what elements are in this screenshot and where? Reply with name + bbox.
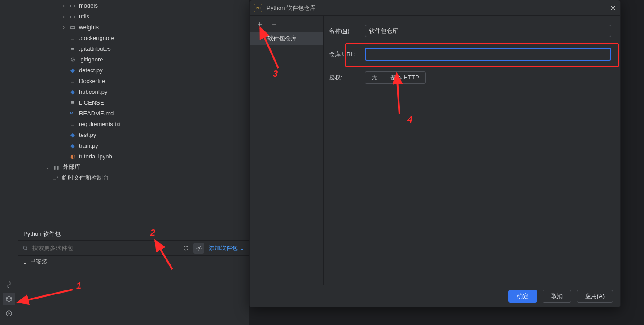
close-button[interactable]	[610, 5, 616, 11]
python-packages-tool-icon[interactable]	[3, 293, 15, 305]
chevron-down-icon: ⌄	[22, 259, 27, 265]
chevron-right-icon: ›	[61, 24, 66, 31]
tree-label: test.py	[79, 132, 96, 138]
svg-point-3	[198, 247, 200, 249]
remove-repository-button[interactable]: －	[270, 20, 278, 28]
panel-title-text: Python 软件包	[23, 230, 61, 238]
tree-file-gitignore[interactable]: ⊘ .gitignore	[18, 54, 249, 65]
tree-label: requirements.txt	[79, 121, 121, 127]
dialog-title: Python 软件包仓库	[267, 4, 315, 12]
tree-file-train[interactable]: ◆ train.py	[18, 140, 249, 151]
installed-section[interactable]: ⌄ 已安装	[18, 256, 249, 268]
auth-row: 授权: 无 基本 HTTP	[329, 71, 611, 84]
add-package-label: 添加软件包	[209, 244, 238, 252]
dialog-titlebar: PC Python 软件包仓库	[250, 0, 620, 16]
tree-label: .gitignore	[79, 56, 103, 63]
tree-label: 外部库	[63, 163, 80, 171]
repository-list-panel: ＋ － 软件包仓库	[250, 16, 324, 285]
package-search-input[interactable]	[32, 245, 178, 251]
repository-list-item[interactable]: 软件包仓库	[250, 32, 323, 45]
tree-file-requirements[interactable]: ≡ requirements.txt	[18, 119, 249, 129]
tree-label: detect.py	[79, 67, 103, 74]
python-file-icon: ◆	[69, 88, 76, 95]
tree-label: Dockerfile	[79, 78, 105, 84]
auth-label: 授权:	[329, 74, 359, 82]
repository-item-label: 软件包仓库	[267, 35, 297, 43]
python-file-icon: ◆	[69, 132, 76, 138]
tree-file-hubconf[interactable]: ◆ hubconf.py	[18, 86, 249, 97]
add-package-dropdown[interactable]: 添加软件包 ⌄	[209, 244, 245, 252]
text-file-icon: ≡	[69, 99, 76, 106]
tree-label: .gitattributes	[79, 45, 111, 52]
annotation-number-4: 4	[407, 114, 412, 125]
tree-label: tutorial.ipynb	[79, 153, 112, 160]
pycharm-icon: PC	[254, 4, 262, 12]
python-file-icon: ◆	[69, 142, 76, 149]
tree-label: hubconf.py	[79, 88, 108, 95]
tree-file-dockerfile[interactable]: ≡ Dockerfile	[18, 75, 249, 86]
tree-file-detect[interactable]: ◆ detect.py	[18, 65, 249, 75]
scratch-icon: ≡°	[52, 175, 59, 181]
package-toolbar: 添加软件包 ⌄	[18, 241, 249, 256]
tree-folder-models[interactable]: › ▭ models	[18, 0, 249, 11]
tree-label: weights	[79, 24, 99, 31]
svg-line-2	[26, 249, 28, 250]
services-tool-icon[interactable]	[3, 307, 15, 320]
annotation-number-3: 3	[273, 69, 278, 79]
python-file-icon: ◆	[69, 67, 76, 74]
tree-external-libraries[interactable]: › ⫿⫿ 外部库	[18, 162, 249, 172]
folder-icon: ▭	[69, 2, 76, 9]
package-settings-button[interactable]	[193, 243, 204, 254]
search-icon	[22, 245, 29, 251]
tree-label: README.md	[79, 110, 114, 117]
text-file-icon: ≡	[69, 121, 76, 127]
auth-none-button[interactable]: 无	[365, 71, 384, 84]
repository-name-input[interactable]	[365, 25, 611, 37]
tree-label: models	[79, 2, 98, 9]
python-console-tool-icon[interactable]	[3, 278, 15, 291]
add-repository-button[interactable]: ＋	[256, 20, 264, 28]
tree-label: utils	[79, 13, 89, 20]
tree-file-license[interactable]: ≡ LICENSE	[18, 97, 249, 108]
annotation-box-url	[345, 43, 619, 67]
tree-scratches[interactable]: ≡° 临时文件和控制台	[18, 172, 249, 183]
ok-button[interactable]: 确定	[508, 290, 537, 303]
library-icon: ⫿⫿	[53, 164, 60, 171]
folder-icon: ▭	[69, 24, 76, 31]
text-file-icon: ≡	[69, 45, 76, 52]
tree-file-dockerignore[interactable]: ≡ .dockerignore	[18, 32, 249, 43]
tree-label: LICENSE	[79, 99, 104, 106]
tree-label: .dockerignore	[79, 35, 114, 41]
close-icon	[610, 5, 616, 11]
svg-point-1	[23, 246, 26, 249]
jupyter-file-icon: ◐	[69, 153, 76, 160]
apply-button[interactable]: 应用(A)	[577, 290, 613, 303]
text-file-icon: ≡	[69, 78, 76, 84]
chevron-down-icon: ⌄	[240, 245, 245, 251]
panel-title: Python 软件包	[18, 227, 249, 241]
tree-file-readme[interactable]: M↓ README.md	[18, 108, 249, 119]
tree-file-gitattributes[interactable]: ≡ .gitattributes	[18, 43, 249, 54]
project-tree[interactable]: › ▭ models › ▭ utils › ▭ weights ≡ .dock…	[18, 0, 249, 227]
python-packages-panel: Python 软件包 添加软件包 ⌄ ⌄ 已安装	[18, 227, 249, 325]
chevron-right-icon: ›	[61, 13, 66, 20]
tree-folder-weights[interactable]: › ▭ weights	[18, 22, 249, 32]
tree-folder-utils[interactable]: › ▭ utils	[18, 11, 249, 22]
gear-icon	[196, 245, 202, 251]
gitignore-file-icon: ⊘	[69, 56, 76, 63]
name-row: 名称(M):	[329, 25, 611, 37]
tree-file-test[interactable]: ◆ test.py	[18, 129, 249, 140]
cancel-button[interactable]: 取消	[543, 290, 571, 303]
reload-icon[interactable]	[183, 245, 189, 251]
auth-basic-http-button[interactable]: 基本 HTTP	[384, 71, 426, 84]
dialog-footer: 确定 取消 应用(A)	[250, 285, 620, 307]
annotation-number-2: 2	[150, 228, 155, 238]
auth-segment: 无 基本 HTTP	[365, 71, 426, 84]
chevron-right-icon: ›	[61, 2, 66, 9]
folder-icon: ▭	[69, 13, 76, 20]
repo-list-toolbar: ＋ －	[250, 16, 323, 32]
tree-file-tutorial[interactable]: ◐ tutorial.ipynb	[18, 151, 249, 162]
installed-label: 已安装	[30, 258, 48, 266]
tree-label: train.py	[79, 142, 98, 149]
package-search[interactable]	[22, 245, 178, 251]
